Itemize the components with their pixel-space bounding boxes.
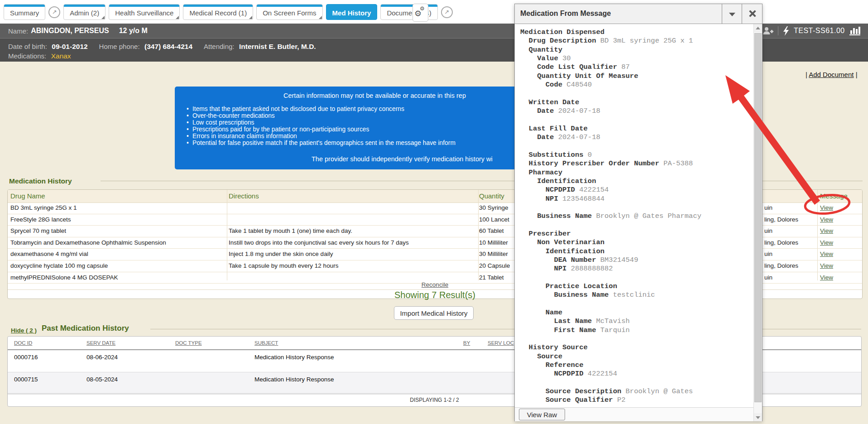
tab-admin-2[interactable]: Admin (2) (63, 4, 106, 20)
scrollbar-thumb[interactable] (754, 33, 762, 402)
drug-name-cell: doxycycline hyclate 100 mg capsule (10, 262, 108, 269)
view-message-link[interactable]: View (820, 239, 833, 246)
quantity-cell: 30 Syringe (479, 204, 508, 211)
scroll-up-button[interactable] (754, 24, 762, 32)
field-label: Code List Qualifier (537, 63, 617, 71)
field-value: McTavish (592, 317, 630, 325)
view-message-link[interactable]: View (820, 274, 833, 281)
patient-medications-line: Medications: Xanax (8, 52, 71, 60)
field-value: 0 (584, 151, 592, 159)
message-line: Date 2024-07-18 (520, 133, 701, 142)
col-doc-type[interactable]: DOC TYPE (175, 340, 202, 346)
field-label: Code (546, 81, 562, 89)
open-popup-arrow-icon[interactable]: ↗ (441, 6, 453, 18)
displaying-text: DISPLAYING 1-2 / 2 (410, 397, 459, 403)
message-line (520, 274, 701, 282)
view-raw-button[interactable]: View Raw (519, 409, 565, 420)
phone-value: (347) 684-4214 (144, 43, 192, 50)
col-serv-date[interactable]: SERV DATE (86, 340, 115, 346)
field-label: Identification (537, 177, 596, 185)
message-line: NPI 1235468844 (520, 195, 701, 203)
dialog-minimize-button[interactable] (722, 4, 742, 24)
open-popup-arrow-icon[interactable]: ↗ (48, 6, 60, 18)
message-cell: View (820, 262, 833, 269)
quantity-cell: 30 Milliliter (479, 251, 508, 257)
import-medical-history-button[interactable]: Import Medical History (394, 306, 474, 320)
medications-value[interactable]: Xanax (51, 52, 71, 60)
drug-name-cell: Sprycel 70 mg tablet (10, 227, 66, 234)
message-line: Source Description Brooklyn @ Gates (520, 387, 701, 396)
field-value: testclinic (609, 291, 655, 299)
field-value: 2024-07-18 (554, 133, 600, 141)
settings-gear-button[interactable]: ⚙ ⚙ (412, 4, 428, 22)
serv-date-cell: 08-06-2024 (86, 354, 118, 361)
dob-label: Date of birth: (8, 43, 47, 50)
medications-label: Medications: (8, 52, 46, 60)
phone-label: Home phone: (99, 43, 140, 50)
message-line: Date 2024-07-18 (520, 107, 701, 116)
field-label: Date (537, 107, 554, 115)
col-message: Message (820, 192, 848, 200)
message-line: Written Date (520, 98, 701, 107)
message-line: Last Fill Date (520, 125, 701, 133)
dialog-header[interactable]: Medication From Message (515, 4, 762, 24)
close-x-icon (748, 10, 756, 17)
quantity-cell: 100 Lancet (479, 216, 509, 223)
col-subject[interactable]: SUBJECT (254, 340, 278, 346)
tab-health-surveillance[interactable]: Health Surveillance (109, 4, 180, 20)
dob-value: 09-01-2012 (52, 43, 87, 50)
field-value: Brooklyn @ Gates (621, 387, 693, 395)
tab-medical-record-1[interactable]: Medical Record (1) (183, 4, 253, 20)
col-doc-id[interactable]: DOC ID (14, 340, 32, 346)
disclaimer-heading: Certain information may not be available… (283, 92, 466, 99)
add-document-link[interactable]: Add Document (809, 71, 854, 78)
field-value: 4222154 (575, 186, 609, 194)
add-person-icon[interactable] (762, 27, 773, 35)
quantity-cell: 20 Capsule (479, 262, 510, 269)
message-line: History Prescriber Order Number PA-5388 (520, 159, 701, 168)
message-line: First Name Tarquin (520, 326, 701, 335)
view-message-link[interactable]: View (820, 204, 833, 211)
message-line: Prescriber (520, 230, 701, 238)
message-line (520, 335, 701, 343)
disclaimer-bullet: Potential for false positive match if th… (185, 140, 456, 147)
message-line: Value 30 (520, 54, 701, 63)
view-message-link[interactable]: View (820, 262, 833, 269)
view-message-link[interactable]: View (820, 251, 833, 257)
field-label: Date (537, 133, 554, 141)
reconcile-link[interactable]: Reconcile (422, 281, 448, 288)
tab-summary[interactable]: Summary (4, 4, 45, 20)
field-label: Quantity Unit Of Measure (537, 72, 638, 80)
triangle-up-icon (756, 27, 760, 29)
field-label: Pharmacy (529, 169, 562, 177)
disclaimer-bullet-list: Items that the patient asked not be disc… (185, 106, 456, 146)
scroll-down-button[interactable] (754, 413, 762, 421)
bar-chart-icon[interactable] (849, 26, 860, 35)
attending-value: Internist E. Butler, M.D. (239, 43, 316, 50)
col-by[interactable]: BY (463, 340, 470, 346)
field-value: BD 3mL syringe 25G x 1 (596, 37, 693, 45)
field-label: Drug Description (529, 37, 596, 45)
col-serv-loc[interactable]: SERV LOC (488, 340, 514, 346)
field-label: History Prescriber Order Number (529, 159, 659, 168)
message-line: Reference (520, 361, 701, 370)
field-value: 30 (558, 54, 571, 63)
dialog-scrollbar[interactable] (753, 24, 762, 421)
directions-cell: Instill two drops into the conjunctival … (229, 239, 409, 246)
view-message-link[interactable]: View (820, 227, 833, 234)
lightning-bolt-icon[interactable] (783, 26, 789, 36)
message-line (520, 203, 701, 212)
dialog-close-button[interactable] (742, 4, 762, 24)
system-id-label: TEST-SS61.00 (794, 27, 845, 35)
field-value: 1235468844 (558, 195, 604, 203)
hide-past-history-link[interactable]: Hide ( 2 ) (11, 327, 37, 334)
tab-med-history[interactable]: Med History (326, 4, 378, 20)
field-label: Prescriber (529, 230, 571, 238)
disclaimer-bullet: Over-the-counter medications (185, 113, 456, 120)
tab-documents-4[interactable]: Documents (4) (380, 4, 437, 20)
tab-on-screen-forms[interactable]: On Screen Forms (256, 4, 322, 20)
tab-label: Health Surveillance (115, 9, 173, 17)
field-label: Identification (546, 247, 604, 255)
view-message-link[interactable]: View (820, 216, 833, 223)
add-document-area: | Add Document | (806, 71, 858, 78)
